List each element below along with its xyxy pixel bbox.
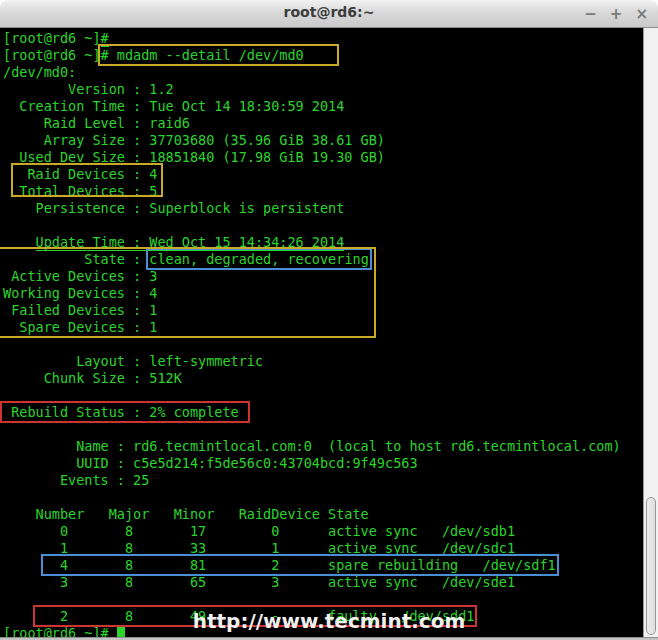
terminal-line xyxy=(3,489,643,506)
terminal-line: Total Devices : 5 xyxy=(3,183,643,200)
terminal-line xyxy=(3,217,643,234)
terminal-text: Failed Devices : 1 xyxy=(3,302,157,318)
terminal-line: Creation Time : Tue Oct 14 18:30:59 2014 xyxy=(3,98,643,115)
maximize-button[interactable]: + xyxy=(610,7,623,22)
terminal-cursor xyxy=(117,627,125,637)
terminal-line: 0 8 17 0 active sync /dev/sdb1 xyxy=(3,523,643,540)
terminal-line: Raid Level : raid6 xyxy=(3,115,643,132)
terminal-line: /dev/md0: xyxy=(3,64,643,81)
terminal-line: Working Devices : 4 xyxy=(3,285,643,302)
terminal-text: State : xyxy=(3,251,149,267)
terminal-text xyxy=(3,608,36,624)
terminal-screen[interactable]: [root@rd6 ~]#[root@rd6 ~]# mdadm --detai… xyxy=(0,28,643,637)
terminal-text: Used Dev Size : 18851840 (17.98 GiB 19.3… xyxy=(3,149,385,165)
terminal-line: Name : rd6.tecmintlocal.com:0 (local to … xyxy=(3,438,643,455)
window-controls: − + × xyxy=(584,0,648,28)
terminal-text: Update Time : Wed Oct 15 14:34:26 2014 xyxy=(36,234,345,251)
terminal-text: Raid Devices : 4 xyxy=(3,166,157,182)
terminal-line: Rebuild Status : 2% complete xyxy=(3,404,643,421)
terminal-text: Number Major Minor RaidDevice State xyxy=(3,506,369,522)
terminal-text: UUID : c5e5d214:f5de56c0:43704bcd:9f49c5… xyxy=(3,455,418,471)
scrollbar-thumb[interactable] xyxy=(646,497,656,635)
terminal-text: Name : rd6.tecmintlocal.com:0 (local to … xyxy=(3,438,621,454)
terminal-text: Version : 1.2 xyxy=(3,81,174,97)
terminal-line: Events : 25 xyxy=(3,472,643,489)
title-bar[interactable]: root@rd6:~ − + × xyxy=(0,0,658,28)
terminal-line: State : clean, degraded, recovering xyxy=(3,251,643,268)
terminal-window: root@rd6:~ − + × [root@rd6 ~]#[root@rd6 … xyxy=(0,0,658,640)
terminal-text: Events : 25 xyxy=(3,472,149,488)
highlighted-text: clean, degraded, recovering xyxy=(149,251,368,267)
window-title: root@rd6:~ xyxy=(0,4,658,20)
terminal-line: Active Devices : 3 xyxy=(3,268,643,285)
highlighted-text: Rebuild Status : 2% complete xyxy=(3,404,247,420)
terminal-line: Array Size : 37703680 (35.96 GiB 38.61 G… xyxy=(3,132,643,149)
terminal-text: 3 8 65 3 active sync /dev/sde1 xyxy=(3,574,515,590)
terminal-text xyxy=(3,234,36,250)
terminal-line: Number Major Minor RaidDevice State xyxy=(3,506,643,523)
terminal-text: Active Devices : 3 xyxy=(3,268,157,284)
terminal-line: 2 8 49 - faulty /dev/sdd1 xyxy=(3,608,643,625)
terminal-line: 3 8 65 3 active sync /dev/sde1 xyxy=(3,574,643,591)
terminal-line: Failed Devices : 1 xyxy=(3,302,643,319)
terminal-text: [root@rd6 ~] xyxy=(3,47,101,63)
terminal-line: 1 8 33 1 active sync /dev/sdc1 xyxy=(3,540,643,557)
terminal-line xyxy=(3,387,643,404)
terminal-text: 0 8 17 0 active sync /dev/sdb1 xyxy=(3,523,515,539)
highlighted-text: 4 8 81 2 spare rebuilding /dev/sdf1 xyxy=(44,557,556,573)
terminal-text xyxy=(3,557,44,573)
terminal-text: Layout : left-symmetric xyxy=(3,353,263,369)
highlighted-text: 2 8 49 - faulty /dev/sdd1 xyxy=(36,608,475,624)
scrollbar[interactable] xyxy=(643,28,658,637)
terminal-text: [root@rd6 ~] xyxy=(3,30,101,46)
terminal-text: Working Devices : 4 xyxy=(3,285,157,301)
terminal-line: Version : 1.2 xyxy=(3,81,643,98)
terminal-line xyxy=(3,336,643,353)
terminal-line: Spare Devices : 1 xyxy=(3,319,643,336)
terminal-text: 1 8 33 1 active sync /dev/sdc1 xyxy=(3,540,515,556)
terminal-line: 4 8 81 2 spare rebuilding /dev/sdf1 xyxy=(3,557,643,574)
terminal-text: Persistence : Superblock is persistent xyxy=(3,200,344,216)
terminal-line: Layout : left-symmetric xyxy=(3,353,643,370)
terminal-line: UUID : c5e5d214:f5de56c0:43704bcd:9f49c5… xyxy=(3,455,643,472)
terminal-line: Raid Devices : 4 xyxy=(3,166,643,183)
minimize-button[interactable]: − xyxy=(584,7,597,22)
terminal-text: Spare Devices : 1 xyxy=(3,319,157,335)
terminal-line xyxy=(3,591,643,608)
terminal-line: Used Dev Size : 18851840 (17.98 GiB 19.3… xyxy=(3,149,643,166)
terminal-line: Update Time : Wed Oct 15 14:34:26 2014 xyxy=(3,234,643,251)
terminal-text: Array Size : 37703680 (35.96 GiB 38.61 G… xyxy=(3,132,385,148)
terminal-text: [root@rd6 ~]# xyxy=(3,625,117,637)
terminal-text: /dev/md0: xyxy=(3,64,76,80)
terminal-line: Chunk Size : 512K xyxy=(3,370,643,387)
terminal-text: Chunk Size : 512K xyxy=(3,370,182,386)
terminal-line: [root@rd6 ~]# mdadm --detail /dev/md0 xyxy=(3,47,643,64)
terminal-text: Creation Time : Tue Oct 14 18:30:59 2014 xyxy=(3,98,344,114)
terminal-line xyxy=(3,421,643,438)
terminal-text: Total Devices : 5 xyxy=(3,183,157,199)
highlighted-text: # mdadm --detail /dev/md0 xyxy=(101,47,337,63)
terminal-line: [root@rd6 ~]# xyxy=(3,30,643,47)
terminal-text: Raid Level : raid6 xyxy=(3,115,190,131)
terminal-line: Persistence : Superblock is persistent xyxy=(3,200,643,217)
terminal-line: [root@rd6 ~]# xyxy=(3,625,643,637)
terminal-text: # xyxy=(101,30,109,47)
close-button[interactable]: × xyxy=(635,7,648,22)
